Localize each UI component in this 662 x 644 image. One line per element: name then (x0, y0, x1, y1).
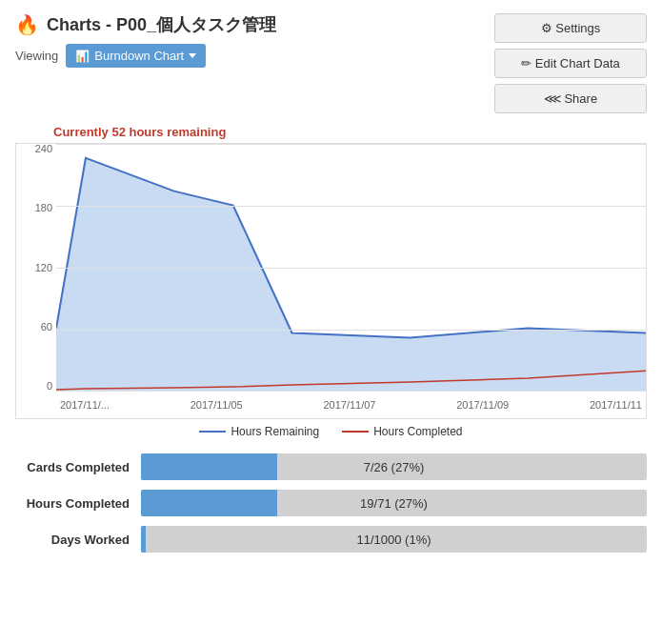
stat-bar-container-0: 7/26 (27%) (141, 453, 647, 480)
stat-label-2: Days Worked (15, 533, 130, 547)
dropdown-caret-icon (189, 53, 196, 58)
legend-line-remaining (199, 431, 226, 433)
viewing-row: Viewing 📊 Burndown Chart (15, 44, 276, 68)
y-axis: 240 180 120 60 0 (16, 144, 56, 392)
burndown-chart-icon: 📊 (75, 50, 90, 63)
settings-button[interactable]: ⚙ Settings (494, 13, 647, 43)
stat-bar-container-2: 11/1000 (1%) (141, 526, 647, 553)
burndown-chart-label: Burndown Chart (94, 49, 184, 63)
y-label-180: 180 (35, 203, 52, 213)
y-label-120: 120 (35, 263, 52, 273)
gridlines (56, 144, 646, 392)
legend-completed-label: Hours Completed (373, 425, 462, 438)
chart-inner (56, 144, 646, 392)
chart-area: Currently 52 hours remaining 240 180 120… (15, 125, 647, 438)
header-left: 🔥 Charts - P00_個人タスク管理 Viewing 📊 Burndow… (15, 13, 276, 68)
chart-status-label: Currently 52 hours remaining (15, 125, 647, 139)
y-label-0: 0 (47, 381, 52, 392)
edit-chart-data-button[interactable]: ✏ Edit Chart Data (494, 49, 647, 78)
legend-line-completed (342, 431, 369, 433)
y-label-240: 240 (35, 144, 52, 154)
x-axis: 2017/11/... 2017/11/05 2017/11/07 2017/1… (56, 392, 646, 418)
gridline-50 (56, 268, 646, 269)
stat-row-2: Days Worked11/1000 (1%) (15, 526, 647, 553)
chart-container: 240 180 120 60 0 (15, 143, 647, 419)
title-text: Charts - P00_個人タスク管理 (47, 13, 276, 36)
x-label-0: 2017/11/... (60, 399, 110, 411)
share-label: Share (564, 91, 597, 106)
legend-remaining: Hours Remaining (199, 425, 319, 438)
stat-value-0: 7/26 (27%) (141, 453, 647, 480)
x-label-1: 2017/11/05 (191, 399, 243, 411)
share-icon: ⋘ (544, 91, 565, 106)
chart-legend: Hours Remaining Hours Completed (15, 425, 647, 438)
stat-bar-container-1: 19/71 (27%) (141, 490, 647, 516)
legend-remaining-label: Hours Remaining (231, 425, 319, 438)
legend-completed: Hours Completed (342, 425, 462, 438)
x-label-2: 2017/11/07 (323, 399, 375, 411)
header-right: ⚙ Settings ✏ Edit Chart Data ⋘ Share (494, 13, 647, 113)
viewing-label: Viewing (15, 49, 58, 63)
stats-section: Cards Completed7/26 (27%)Hours Completed… (0, 442, 662, 564)
page-title: 🔥 Charts - P00_個人タスク管理 (15, 13, 276, 36)
gridline-25 (56, 206, 646, 207)
stat-row-1: Hours Completed19/71 (27%) (15, 490, 647, 516)
x-label-4: 2017/11/11 (590, 399, 642, 411)
stat-label-1: Hours Completed (15, 496, 130, 511)
stat-value-2: 11/1000 (1%) (141, 526, 647, 553)
y-label-60: 60 (41, 322, 52, 332)
flame-icon: 🔥 (15, 13, 39, 36)
page-header: 🔥 Charts - P00_個人タスク管理 Viewing 📊 Burndow… (0, 0, 662, 121)
stat-label-0: Cards Completed (15, 460, 130, 474)
burndown-chart-button[interactable]: 📊 Burndown Chart (66, 44, 206, 68)
gridline-75 (56, 330, 646, 331)
share-button[interactable]: ⋘ Share (494, 84, 647, 113)
stat-value-1: 19/71 (27%) (141, 490, 647, 516)
gridline-top (56, 144, 646, 145)
stat-row-0: Cards Completed7/26 (27%) (15, 453, 647, 480)
x-label-3: 2017/11/09 (456, 399, 509, 411)
